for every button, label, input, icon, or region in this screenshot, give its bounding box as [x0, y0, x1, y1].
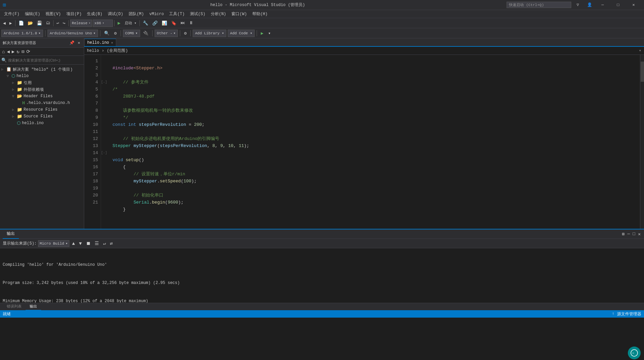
port-select[interactable]: COM6 ▾: [123, 30, 140, 37]
sidebar: 解决方案资源管理器 📌 ✕ ⌂ ◀ ▶ ↻ ⊟ ⟳ 🔍 ▷ 📋 解决方案 "he…: [0, 38, 84, 229]
target-select[interactable]: Arduino/Genuino Uno ▾: [47, 30, 98, 37]
search-box[interactable]: 快速启动 (Ctrl+Q): [507, 2, 571, 8]
window-title: hello - Microsoft Visual Studio (管理员): [9, 2, 507, 8]
bottom-tab-errors[interactable]: 错误列表: [3, 303, 26, 311]
add-library-btn[interactable]: Add Library ▾: [193, 30, 226, 37]
main-area: 解决方案资源管理器 📌 ✕ ⌂ ◀ ▶ ↻ ⊟ ⟳ 🔍 ▷ 📋 解决方案 "he…: [0, 38, 644, 229]
sidebar-tb-refresh[interactable]: ⟳: [26, 48, 31, 55]
menu-project[interactable]: 项目(P): [64, 10, 85, 18]
toolbar-breakpoint-btn[interactable]: ⏸: [187, 20, 195, 27]
tree-item-vsarduino[interactable]: ▷ H .hello.vsarduino.h: [0, 100, 84, 106]
tree-item-references[interactable]: ▷ 📁 引用: [0, 79, 84, 86]
tree-solution[interactable]: ▷ 📋 解决方案 "hello" (1 个项目): [0, 66, 84, 73]
arduino-play-btn[interactable]: ▶: [259, 30, 265, 37]
minimize-button[interactable]: ─: [595, 0, 610, 10]
output-tb-clear[interactable]: ☰: [93, 240, 100, 247]
editor-scrollbar[interactable]: [640, 55, 644, 229]
toolbar-newproject-btn[interactable]: 📄: [17, 20, 26, 27]
arduino-more-btn[interactable]: ▾: [266, 30, 272, 37]
tree-item-sourcefiles[interactable]: ▷ 📁 Source Files: [0, 113, 84, 120]
account-icon[interactable]: 👤: [584, 2, 595, 8]
toolbar-filter-btn[interactable]: ⚙: [112, 30, 119, 37]
settings-icon-btn[interactable]: ⚙: [182, 30, 188, 37]
menu-view[interactable]: 视图(V): [43, 10, 64, 18]
output-source-select[interactable]: Micro Build ▾: [38, 240, 69, 247]
tab-hello-ino[interactable]: hello.ino ✕: [84, 39, 116, 46]
tree-item-helloino[interactable]: ▷ ⬡ hello.ino: [0, 120, 84, 127]
bottom-tab-output[interactable]: 输出: [26, 303, 41, 311]
menu-analyze[interactable]: 分析(N): [208, 10, 229, 18]
menu-vmicro[interactable]: vMicro: [147, 10, 166, 18]
tree-item-resourcefiles[interactable]: ▷ 📁 Resource Files: [0, 106, 84, 113]
output-panel-float-btn[interactable]: ⊞: [621, 231, 625, 238]
toolbar-saveall-btn[interactable]: 🗂: [44, 20, 52, 27]
board-select[interactable]: Arduino 1.6/1.8 ▾: [1, 30, 43, 37]
sidebar-tb-back[interactable]: ◀: [6, 48, 10, 55]
sidebar-tb-fwd[interactable]: ▶: [11, 48, 15, 55]
tree-item-external[interactable]: ▷ 📁 外部依赖项: [0, 86, 84, 93]
output-tb-sync[interactable]: ⇄: [108, 240, 114, 247]
sidebar-pin-btn[interactable]: 📌: [68, 40, 75, 46]
add-code-btn[interactable]: Add Code ▾: [228, 30, 255, 37]
output-tabs: 输出: [3, 229, 19, 239]
menu-file[interactable]: 文件(F): [1, 10, 22, 18]
sidebar-tb-sync[interactable]: ↻: [16, 48, 20, 55]
breadcrumb-scope-dropdown[interactable]: ▾: [639, 48, 641, 53]
output-panel-close-btn[interactable]: ✕: [637, 231, 641, 238]
tab-hello-ino-close[interactable]: ✕: [111, 41, 113, 45]
output-panel-maximize-btn[interactable]: □: [632, 231, 636, 237]
restore-button[interactable]: □: [610, 0, 626, 10]
output-tb-up[interactable]: ▲: [71, 240, 76, 247]
output-line-1: Compiling 'hello' for 'Arduino/Genuino U…: [3, 262, 641, 268]
tree-item-headerfiles[interactable]: ▽ 📂 Header Files: [0, 93, 84, 100]
toolbar-open-btn[interactable]: 📂: [26, 20, 35, 27]
sidebar-tb-filter[interactable]: ⊟: [21, 48, 25, 55]
output-tab-output[interactable]: 输出: [3, 229, 19, 239]
menu-debug[interactable]: 调试(D): [105, 10, 126, 18]
menu-window[interactable]: 窗口(W): [229, 10, 250, 18]
menu-test[interactable]: 测试(S): [187, 10, 208, 18]
menu-edit[interactable]: 编辑(E): [22, 10, 43, 18]
menu-tools[interactable]: 工具(T): [166, 10, 187, 18]
output-panel-minimize-btn[interactable]: ─: [627, 231, 631, 237]
config-dropdown[interactable]: Release ▾: [70, 20, 92, 27]
menu-help[interactable]: 帮助(H): [250, 10, 270, 18]
toolbar-step-btn[interactable]: ⏭: [179, 20, 187, 27]
toolbar-forward-btn[interactable]: ▶: [8, 20, 14, 27]
toolbar-save-btn[interactable]: 💾: [35, 20, 44, 27]
fold-btn-4[interactable]: [-]: [101, 79, 107, 86]
sidebar-title: 解决方案资源管理器: [3, 40, 36, 45]
scrollbar-thumb[interactable]: [641, 62, 644, 82]
output-tb-down[interactable]: ▼: [77, 240, 83, 247]
other-btn[interactable]: Other - ▾: [155, 30, 178, 37]
toolbar-back-btn[interactable]: ◀: [1, 20, 7, 27]
toolbar-sep-2: [53, 20, 54, 26]
output-tb-stop[interactable]: ⏹: [85, 240, 92, 247]
toolbar-bookmark-btn[interactable]: 🔖: [169, 20, 178, 27]
menu-team[interactable]: 团队(M): [126, 10, 147, 18]
toolbar-attach-btn[interactable]: 🔗: [151, 20, 159, 27]
sidebar-search-input[interactable]: [8, 58, 83, 62]
filter-icon[interactable]: ▽: [574, 2, 582, 8]
sidebar-close-btn[interactable]: ✕: [77, 40, 81, 46]
toolbar-undo-btn[interactable]: ↩: [55, 20, 61, 27]
toolbar-debug-tools[interactable]: 🔧: [141, 20, 150, 27]
toolbar-perf-btn[interactable]: 📊: [160, 20, 169, 27]
fold-btn-14[interactable]: [-]: [101, 149, 107, 156]
arduino-tb-sep-2: [100, 30, 100, 36]
close-button[interactable]: ✕: [626, 0, 641, 10]
toolbar-search-btn[interactable]: 🔍: [102, 30, 111, 37]
line-3: // 参考文件: [112, 80, 149, 85]
toolbar-start-dropdown[interactable]: 启动 ▾: [123, 20, 138, 27]
sidebar-tb-home[interactable]: ⌂: [1, 48, 5, 55]
tree-project[interactable]: ▽ ⬡ hello: [0, 73, 84, 79]
toolbar-redo-btn[interactable]: ↪: [61, 20, 67, 27]
code-content[interactable]: #include<Stepper.h> // 参考文件 /* 28BYJ-48.…: [107, 55, 640, 229]
menu-build[interactable]: 生成(B): [84, 10, 105, 18]
port-icon-btn[interactable]: 🔌: [141, 30, 150, 37]
platform-dropdown[interactable]: x86 ▾: [93, 20, 113, 27]
sidebar-search[interactable]: 🔍: [0, 56, 84, 65]
output-tb-wrap[interactable]: ↵: [102, 240, 107, 247]
toolbar-play-btn[interactable]: ▶: [116, 20, 122, 27]
breadcrumb-file[interactable]: hello: [87, 48, 99, 53]
